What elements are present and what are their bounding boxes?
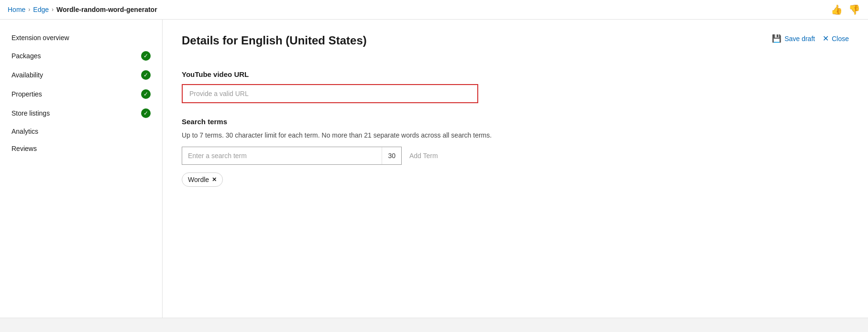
close-x-icon: ✕	[823, 34, 829, 43]
char-count: 30	[382, 147, 401, 164]
main-layout: Extension overviewPackages✓Availability✓…	[0, 20, 868, 330]
page-title: Details for English (United States)	[182, 34, 367, 47]
breadcrumb-current: Wordle-random-word-generator	[56, 6, 157, 13]
youtube-url-input[interactable]	[182, 84, 478, 103]
sidebar-item-label: Packages	[11, 52, 141, 60]
youtube-section-title: YouTube video URL	[182, 70, 849, 78]
breadcrumb-sep-2: ›	[52, 6, 54, 13]
breadcrumb: Home › Edge › Wordle-random-word-generat…	[8, 6, 157, 13]
search-term-input-wrapper: 30	[182, 147, 402, 165]
sidebar-item-label: Store listings	[11, 109, 141, 117]
tag-label: Wordle	[188, 176, 209, 183]
sidebar-item-label: Availability	[11, 71, 141, 79]
check-icon: ✓	[141, 108, 151, 118]
thumbs-down-icon[interactable]: 👎	[848, 4, 860, 15]
sidebar-item-label: Properties	[11, 90, 141, 98]
bottom-bar	[0, 318, 868, 332]
search-term-row: 30 Add Term	[182, 147, 849, 165]
sidebar-item-analytics[interactable]: Analytics	[0, 123, 162, 140]
search-terms-description: Up to 7 terms. 30 character limit for ea…	[182, 131, 849, 139]
breadcrumb-sep-1: ›	[28, 6, 30, 13]
header-buttons: 💾 Save draft ✕ Close	[772, 34, 849, 43]
breadcrumb-bar: Home › Edge › Wordle-random-word-generat…	[0, 0, 868, 20]
sidebar-item-availability[interactable]: Availability✓	[0, 65, 162, 85]
sidebar-item-reviews[interactable]: Reviews	[0, 140, 162, 157]
sidebar-item-label: Extension overview	[11, 34, 151, 42]
youtube-section: YouTube video URL	[182, 70, 849, 103]
breadcrumb-actions: 👍 👎	[831, 4, 860, 15]
sidebar: Extension overviewPackages✓Availability✓…	[0, 20, 163, 330]
tag-remove-button[interactable]: ✕	[212, 176, 217, 183]
add-term-button[interactable]: Add Term	[409, 152, 438, 160]
check-icon: ✓	[141, 89, 151, 99]
search-terms-section: Search terms Up to 7 terms. 30 character…	[182, 118, 849, 187]
sidebar-item-label: Reviews	[11, 145, 151, 152]
save-draft-button[interactable]: 💾 Save draft	[772, 34, 815, 43]
search-term-input[interactable]	[182, 147, 382, 164]
tag: Wordle✕	[182, 172, 223, 187]
save-icon: 💾	[772, 34, 781, 43]
check-icon: ✓	[141, 51, 151, 61]
close-label: Close	[832, 35, 849, 43]
main-header: Details for English (United States) 💾 Sa…	[182, 34, 849, 59]
search-terms-title: Search terms	[182, 118, 849, 126]
sidebar-item-label: Analytics	[11, 128, 151, 135]
check-icon: ✓	[141, 70, 151, 80]
tags-row: Wordle✕	[182, 172, 849, 187]
close-button[interactable]: ✕ Close	[823, 34, 849, 43]
sidebar-item-store-listings[interactable]: Store listings✓	[0, 104, 162, 123]
main-content: Details for English (United States) 💾 Sa…	[163, 20, 868, 330]
breadcrumb-edge[interactable]: Edge	[33, 6, 49, 13]
save-draft-label: Save draft	[784, 35, 815, 43]
sidebar-item-properties[interactable]: Properties✓	[0, 85, 162, 104]
thumbs-up-icon[interactable]: 👍	[831, 4, 843, 15]
breadcrumb-home[interactable]: Home	[8, 6, 25, 13]
sidebar-item-packages[interactable]: Packages✓	[0, 46, 162, 65]
sidebar-item-extension-overview[interactable]: Extension overview	[0, 29, 162, 46]
